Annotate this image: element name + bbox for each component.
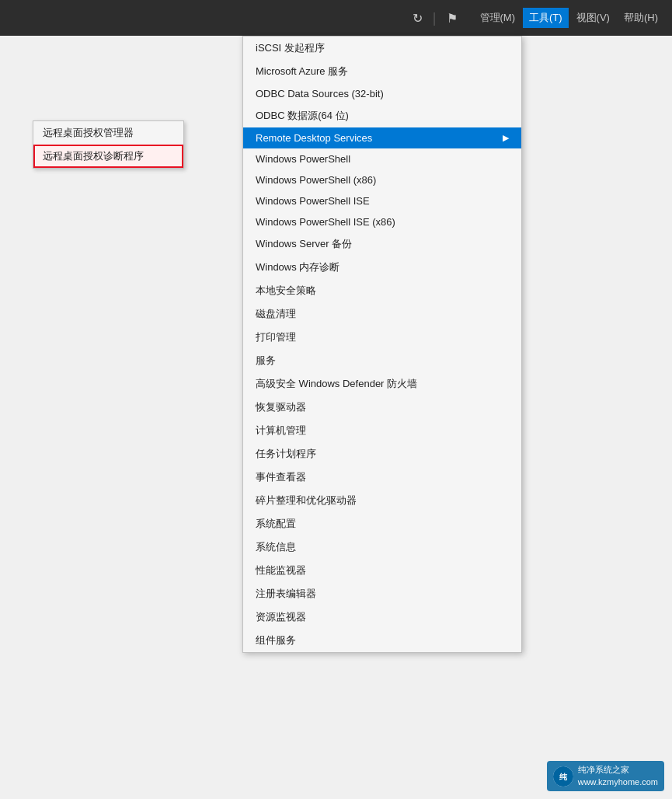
menu-item-component-services[interactable]: 组件服务	[243, 629, 521, 652]
menu-item-defrag[interactable]: 碎片整理和优化驱动器	[243, 489, 521, 512]
menu-help[interactable]: 帮助(H)	[618, 8, 664, 28]
menu-item-winserver-backup[interactable]: Windows Server 备份	[243, 232, 521, 256]
menu-item-print-manage[interactable]: 打印管理	[243, 326, 521, 349]
menu-item-powershell-ise-x86[interactable]: Windows PowerShell ISE (x86)	[243, 211, 521, 232]
toolbar: ↻ | ⚑ 管理(M) 工具(T) 视图(V) 帮助(H)	[0, 0, 672, 36]
menu-item-odbc64[interactable]: ODBC 数据源(64 位)	[243, 104, 521, 127]
menu-view[interactable]: 视图(V)	[570, 8, 616, 28]
menu-item-event-viewer[interactable]: 事件查看器	[243, 466, 521, 489]
menu-manage[interactable]: 管理(M)	[474, 8, 522, 28]
watermark-line2: www.kzmyhome.com	[578, 776, 658, 788]
menu-item-sys-info[interactable]: 系统信息	[243, 536, 521, 559]
menu-item-firewall[interactable]: 高级安全 Windows Defender 防火墙	[243, 372, 521, 396]
submenu-item-license-manager[interactable]: 远程桌面授权管理器	[33, 121, 183, 145]
menu-item-task-scheduler[interactable]: 任务计划程序	[243, 442, 521, 466]
tools-dropdown-menu: iSCSI 发起程序 Microsoft Azure 服务 ODBC Data …	[242, 36, 522, 653]
menu-tools[interactable]: 工具(T)	[523, 8, 569, 28]
separator-1: |	[433, 10, 437, 26]
menu-item-sys-config[interactable]: 系统配置	[243, 512, 521, 536]
menu-item-powershell-ise[interactable]: Windows PowerShell ISE	[243, 190, 521, 211]
menu-item-azure[interactable]: Microsoft Azure 服务	[243, 60, 521, 83]
flag-icon[interactable]: ⚑	[442, 8, 462, 29]
watermark-text-block: 纯净系统之家 www.kzmyhome.com	[578, 764, 658, 788]
refresh-icon[interactable]: ↻	[408, 8, 427, 29]
watermark-logo: 纯	[553, 766, 573, 787]
toolbar-menu: 管理(M) 工具(T) 视图(V) 帮助(H)	[474, 8, 665, 28]
watermark-line1: 纯净系统之家	[578, 764, 658, 776]
menu-item-computer-manage[interactable]: 计算机管理	[243, 419, 521, 442]
menu-item-recovery[interactable]: 恢复驱动器	[243, 396, 521, 419]
menu-item-powershell-x86[interactable]: Windows PowerShell (x86)	[243, 169, 521, 190]
menu-item-rds[interactable]: Remote Desktop Services ▶	[243, 127, 521, 148]
menu-item-regedit[interactable]: 注册表编辑器	[243, 582, 521, 605]
submenu-item-license-diag[interactable]: 远程桌面授权诊断程序	[33, 145, 183, 168]
menu-item-services[interactable]: 服务	[243, 349, 521, 372]
watermark: 纯 纯净系统之家 www.kzmyhome.com	[547, 761, 664, 791]
rds-submenu: 远程桌面授权管理器 远程桌面授权诊断程序	[33, 120, 184, 169]
menu-item-perf-monitor[interactable]: 性能监视器	[243, 559, 521, 582]
arrow-icon: ▶	[503, 133, 509, 143]
menu-item-resource-monitor[interactable]: 资源监视器	[243, 605, 521, 629]
menu-item-odbc32[interactable]: ODBC Data Sources (32-bit)	[243, 83, 521, 104]
menu-item-powershell[interactable]: Windows PowerShell	[243, 148, 521, 169]
menu-item-local-security[interactable]: 本地安全策略	[243, 279, 521, 302]
menu-item-iscsi[interactable]: iSCSI 发起程序	[243, 37, 521, 60]
menu-item-mem-diag[interactable]: Windows 内存诊断	[243, 256, 521, 279]
menu-item-disk-cleanup[interactable]: 磁盘清理	[243, 302, 521, 326]
svg-text:纯: 纯	[559, 773, 568, 781]
